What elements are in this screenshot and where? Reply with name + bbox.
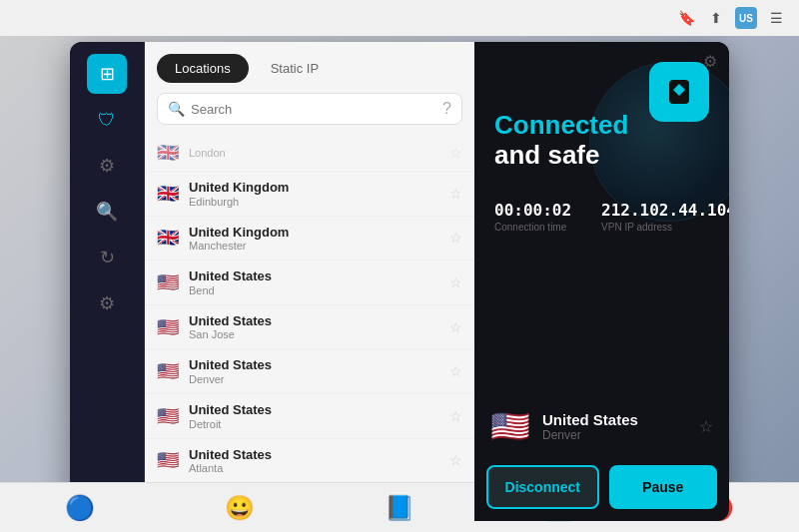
flag-icon: 🇬🇧 <box>157 228 179 248</box>
location-list: 🇬🇧 London ☆ 🇬🇧 United Kingdom Edinburgh … <box>145 135 474 521</box>
current-favorite-star[interactable]: ☆ <box>699 417 713 436</box>
search-icon: 🔍 <box>168 101 185 117</box>
taskbar-icon-1[interactable]: 🔵 <box>60 488 100 528</box>
current-country-label: United States <box>542 411 687 428</box>
city-label: Manchester <box>189 240 439 252</box>
list-item[interactable]: 🇬🇧 London ☆ <box>145 135 474 172</box>
list-item[interactable]: 🇬🇧 United Kingdom Edinburgh ☆ <box>145 172 474 217</box>
refresh-icon[interactable]: ↻ <box>87 238 127 277</box>
right-panel: ⚙ Connected and safe 00:00:02 Connection… <box>474 42 729 521</box>
settings-icon[interactable]: ⚙ <box>87 283 127 323</box>
bookmark-icon[interactable]: 🔖 <box>675 7 697 29</box>
vpn-badge[interactable]: US <box>735 7 757 29</box>
magnify-icon[interactable]: 🔍 <box>87 192 127 232</box>
help-icon[interactable]: ? <box>442 100 451 118</box>
main-panel: Locations Static IP 🔍 ? 🇬🇧 London ☆ 🇬🇧 <box>145 42 474 521</box>
connection-stats: 00:00:02 Connection time 212.102.44.104 … <box>474 181 729 243</box>
flag-icon: 🇺🇸 <box>157 406 179 426</box>
country-label: United States <box>189 447 439 463</box>
list-item[interactable]: 🇺🇸 United States San Jose ☆ <box>145 305 474 350</box>
search-bar: 🔍 ? <box>157 93 462 125</box>
icon-sidebar: ⊞ 🛡 ⚙ 🔍 ↻ ⚙ 4.5.0 <box>70 42 145 521</box>
city-label: San Jose <box>189 328 439 340</box>
connection-time-block: 00:00:02 Connection time <box>494 201 571 233</box>
connection-time-value: 00:00:02 <box>494 201 571 220</box>
country-label: United Kingdom <box>189 180 439 196</box>
flag-icon: 🇬🇧 <box>157 143 179 163</box>
city-label: Denver <box>189 373 439 385</box>
country-label: United States <box>189 357 439 373</box>
list-item[interactable]: 🇺🇸 United States Bend ☆ <box>145 261 474 305</box>
current-city-label: Denver <box>542 428 687 442</box>
current-location: 🇺🇸 United States Denver ☆ <box>486 399 717 453</box>
country-label: United Kingdom <box>189 225 439 241</box>
action-buttons: Disconnect Pause <box>486 465 717 509</box>
shield-icon[interactable]: 🛡 <box>87 100 127 140</box>
city-label: Edinburgh <box>189 196 439 208</box>
flag-icon: 🇺🇸 <box>157 361 179 381</box>
favorite-star[interactable]: ☆ <box>449 186 462 202</box>
connection-status: Connected and safe <box>474 81 729 181</box>
tab-locations[interactable]: Locations <box>157 54 249 83</box>
list-item[interactable]: 🇺🇸 United States Atlanta ☆ <box>145 439 474 484</box>
vpn-ip-block: 212.102.44.104 VPN IP address <box>601 201 729 233</box>
favorite-star[interactable]: ☆ <box>449 145 462 161</box>
flag-icon: 🇺🇸 <box>157 272 179 292</box>
country-label: United States <box>189 402 439 418</box>
list-item[interactable]: 🇺🇸 United States Detroit ☆ <box>145 394 474 439</box>
favorite-star[interactable]: ☆ <box>449 452 462 468</box>
country-label: United States <box>189 313 439 329</box>
city-label: Atlanta <box>189 462 439 474</box>
search-input[interactable] <box>191 102 432 117</box>
safe-label: and safe <box>494 140 709 171</box>
city-label: Detroit <box>189 418 439 430</box>
vpn-ip-value: 212.102.44.104 <box>601 201 729 220</box>
share-icon[interactable]: ⬆ <box>705 7 727 29</box>
city-label: Bend <box>189 284 439 296</box>
favorite-star[interactable]: ☆ <box>449 230 462 246</box>
bug-icon[interactable]: ⚙ <box>87 146 127 186</box>
vpn-ip-label: VPN IP address <box>601 222 729 233</box>
favorite-star[interactable]: ☆ <box>449 274 462 290</box>
grid-icon[interactable]: ⊞ <box>87 54 127 94</box>
menu-icon[interactable]: ☰ <box>765 7 787 29</box>
country-label: United States <box>189 268 439 284</box>
browser-icons: 🔖 ⬆ US ☰ <box>675 7 787 29</box>
disconnect-button[interactable]: Disconnect <box>486 465 599 509</box>
connected-label: Connected <box>494 111 709 140</box>
flag-icon: 🇬🇧 <box>157 184 179 204</box>
tabs-container: Locations Static IP <box>145 42 474 83</box>
list-item[interactable]: 🇺🇸 United States Denver ☆ <box>145 349 474 394</box>
favorite-star[interactable]: ☆ <box>449 319 462 335</box>
pause-button[interactable]: Pause <box>609 465 718 509</box>
current-flag-icon: 🇺🇸 <box>490 407 530 445</box>
app-container: ⊞ 🛡 ⚙ 🔍 ↻ ⚙ 4.5.0 Locations Static IP 🔍 … <box>70 42 729 521</box>
list-item[interactable]: 🇬🇧 United Kingdom Manchester ☆ <box>145 217 474 262</box>
taskbar-icon-2[interactable]: 😀 <box>220 488 260 528</box>
flag-icon: 🇺🇸 <box>157 450 179 470</box>
city-label: London <box>189 147 439 159</box>
favorite-star[interactable]: ☆ <box>449 363 462 379</box>
taskbar-icon-3[interactable]: 📘 <box>380 488 419 528</box>
browser-bar: 🔖 ⬆ US ☰ <box>0 0 799 36</box>
flag-icon: 🇺🇸 <box>157 317 179 337</box>
bottom-section: 🇺🇸 United States Denver ☆ Disconnect Pau… <box>474 387 729 521</box>
connection-time-label: Connection time <box>494 222 571 233</box>
tab-static-ip[interactable]: Static IP <box>253 54 337 83</box>
favorite-star[interactable]: ☆ <box>449 408 462 424</box>
